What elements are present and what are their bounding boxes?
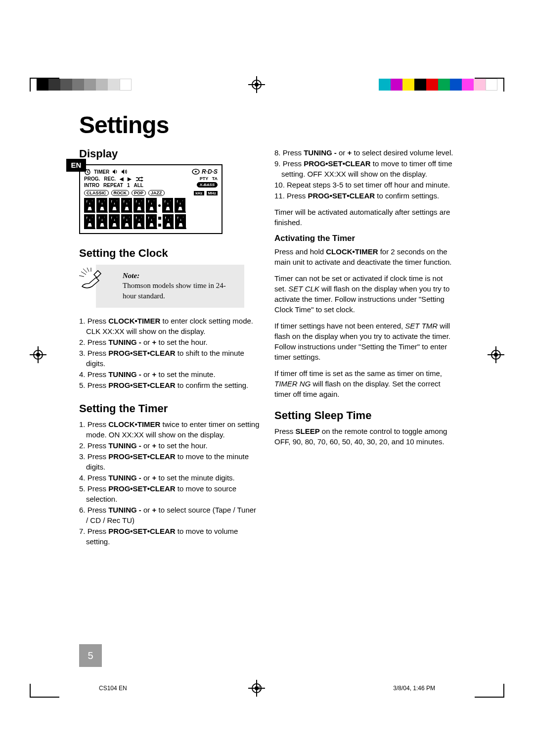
timer-heading: Setting the Timer <box>79 402 260 415</box>
step: 4. Press TUNING - or + to set the minute… <box>86 369 260 379</box>
body-text: Timer can not be set or activated if clo… <box>274 273 455 315</box>
activating-heading: Activating the Timer <box>274 234 455 243</box>
note-label: Note: <box>123 271 237 281</box>
page-number: 5 <box>79 644 102 667</box>
rds-label: R·D·S <box>202 168 218 175</box>
step: 3. Press PROG•SET•CLEAR to move to the m… <box>86 451 260 472</box>
eq-preset: JAZZ <box>148 190 165 196</box>
registration-mark-icon <box>248 76 265 93</box>
timer-steps-left: 1. Press CLOCK•TIMER twice to enter time… <box>79 419 260 547</box>
footer: CS104 EN 8 3/8/04, 1:46 PM <box>99 685 435 692</box>
crop-mark <box>475 684 504 698</box>
body-text: Press SLEEP on the remote control to tog… <box>274 426 455 447</box>
timer-after-text: Timer will be activated automatically af… <box>274 207 455 228</box>
lcd-label: 1 <box>127 183 130 188</box>
sound-right-icon <box>121 169 127 174</box>
lcd-label: REPEAT <box>103 183 123 188</box>
svg-line-23 <box>79 276 84 277</box>
lcd-label: PROG. <box>84 176 100 182</box>
step: 1. Press CLOCK•TIMER to enter clock sett… <box>86 316 260 336</box>
step: 4. Press TUNING - or + to set the minute… <box>86 472 260 483</box>
khz-label: kHz <box>194 191 204 195</box>
step: 10. Repeat steps 3-5 to set timer off ho… <box>281 180 455 190</box>
clock-heading: Setting the Clock <box>79 247 260 260</box>
body-text: If timer settings have not been entered,… <box>274 321 455 362</box>
footer-file: CS104 EN <box>99 685 127 692</box>
note-box: Note: Thomson models show time in 24-hou… <box>96 265 244 308</box>
writing-hand-icon <box>79 268 103 289</box>
registration-mark-icon <box>30 346 46 363</box>
footer-date: 3/8/04, 1:46 PM <box>393 685 435 692</box>
language-tab: EN <box>66 159 86 172</box>
step: 1. Press CLOCK•TIMER twice to enter time… <box>86 419 260 440</box>
random-icon <box>135 177 144 182</box>
play-icon: ▶ <box>128 176 132 182</box>
registration-mark-icon <box>488 346 504 363</box>
crop-mark <box>475 78 504 92</box>
eq-preset: POP <box>132 190 146 196</box>
display-heading: Display <box>79 147 260 160</box>
disc-icon <box>192 169 200 175</box>
crop-mark <box>30 78 59 92</box>
step: 5. Press PROG•SET•CLEAR to move to sourc… <box>86 483 260 504</box>
svg-line-21 <box>87 268 89 272</box>
svg-line-19 <box>81 272 86 275</box>
step: 6. Press TUNING - or + to select source … <box>86 505 260 525</box>
mhz-label: MHz <box>207 191 218 195</box>
sleep-heading: Setting Sleep Time <box>274 409 455 422</box>
lcd-label: INTRO <box>84 183 99 188</box>
eq-preset: ROCK <box>111 190 130 196</box>
step: 8. Press TUNING - or + to select desired… <box>281 147 455 158</box>
lcd-label: TA <box>212 176 218 181</box>
step: 3. Press PROG•SET•CLEAR to shift to the … <box>86 348 260 369</box>
lcd-label: PTY <box>200 176 208 181</box>
rew-icon: ◀ <box>120 176 124 182</box>
note-text: Thomson models show time in 24-hour stan… <box>123 281 237 301</box>
step: 9. Press PROG•SET•CLEAR to move to timer… <box>281 158 455 179</box>
svg-point-18 <box>195 171 197 173</box>
crop-mark <box>30 684 59 698</box>
xbass-badge: X-BASS <box>197 182 218 188</box>
body-text: Press and hold CLOCK•TIMER for 2 seconds… <box>274 246 455 267</box>
step: 2. Press TUNING - or + to set the hour. <box>86 440 260 451</box>
step: 7. Press PROG•SET•CLEAR to move to volum… <box>86 526 260 547</box>
clock-steps: 1. Press CLOCK•TIMER to enter clock sett… <box>79 316 260 390</box>
lcd-label: REC. <box>104 176 116 182</box>
step: 11. Press PROG•SET•CLEAR to confirm sett… <box>281 190 455 201</box>
step: 2. Press TUNING - or + to set the hour. <box>86 337 260 347</box>
lcd-label: ALL <box>134 183 143 188</box>
sound-left-icon <box>112 169 118 174</box>
footer-sheet: 8 <box>259 685 262 692</box>
page-title: Settings <box>79 111 455 139</box>
svg-line-20 <box>83 269 87 273</box>
lcd-display-illustration: TIMER PROG. REC. ◀ ▶ INTRO <box>79 164 222 234</box>
step: 5. Press PROG•SET•CLEAR to confirm the s… <box>86 380 260 390</box>
timer-steps-right: 8. Press TUNING - or + to select desired… <box>274 147 455 201</box>
lcd-label: TIMER <box>94 169 109 175</box>
eq-preset: CLASSIC <box>84 190 109 196</box>
body-text: If timer off time is set as the same as … <box>274 368 455 399</box>
